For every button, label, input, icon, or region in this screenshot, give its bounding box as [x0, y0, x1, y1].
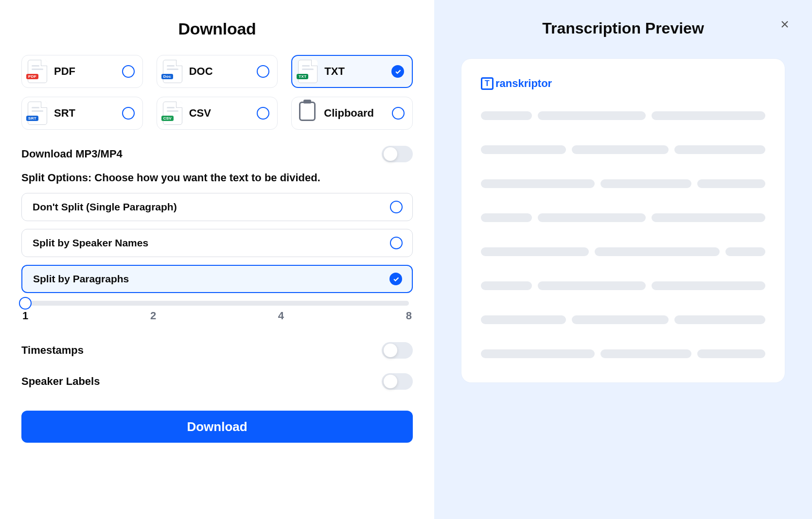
download-button[interactable]: Download — [21, 411, 413, 443]
preview-title: Transcription Preview — [434, 19, 812, 37]
preview-card: Transkriptor — [461, 59, 785, 382]
split-option-label: Don't Split (Single Paragraph) — [33, 201, 177, 213]
slider-tick-labels: 1 2 4 8 — [21, 310, 413, 322]
txt-file-icon: TXT — [298, 60, 318, 83]
preview-skeleton-row — [481, 145, 765, 154]
format-txt[interactable]: TXT TXT — [291, 55, 413, 88]
slider-tick: 8 — [406, 310, 412, 322]
timestamps-row: Timestamps — [21, 340, 413, 361]
format-doc[interactable]: Doc DOC — [157, 55, 278, 88]
radio-checked-icon — [391, 65, 404, 78]
preview-skeleton-row — [481, 213, 765, 222]
radio-unchecked-icon — [122, 107, 135, 120]
split-option-label: Split by Speaker Names — [33, 237, 148, 249]
format-srt[interactable]: SRT SRT — [21, 97, 143, 130]
format-label: TXT — [324, 65, 385, 78]
radio-unchecked-icon — [390, 237, 403, 249]
preview-skeleton-row — [481, 247, 765, 256]
close-button[interactable] — [777, 17, 793, 32]
format-label: Clipboard — [324, 107, 385, 120]
split-option-none[interactable]: Don't Split (Single Paragraph) — [21, 193, 413, 221]
brand-logo: Transkriptor — [481, 77, 765, 90]
download-media-toggle[interactable] — [382, 146, 413, 162]
close-icon — [779, 18, 791, 30]
radio-unchecked-icon — [390, 201, 403, 213]
timestamps-toggle[interactable] — [382, 342, 413, 359]
speaker-labels-toggle[interactable] — [382, 373, 413, 390]
srt-file-icon: SRT — [28, 102, 47, 125]
pdf-file-icon: PDF — [28, 60, 47, 83]
format-label: CSV — [189, 107, 250, 120]
split-option-label: Split by Paragraphs — [33, 273, 129, 285]
format-label: DOC — [189, 65, 250, 78]
preview-skeleton-row — [481, 315, 765, 324]
preview-panel: Transcription Preview Transkriptor — [434, 0, 812, 519]
split-options-title: Split Options: Choose how you want the t… — [21, 172, 413, 184]
brand-name: ranskriptor — [495, 77, 552, 90]
slider-track[interactable] — [25, 301, 409, 306]
format-csv[interactable]: CSV CSV — [157, 97, 278, 130]
radio-unchecked-icon — [392, 107, 405, 120]
slider-tick: 2 — [150, 310, 156, 322]
split-option-paragraphs[interactable]: Split by Paragraphs — [21, 265, 413, 293]
preview-skeleton-row — [481, 111, 765, 120]
brand-logo-icon: T — [481, 77, 494, 90]
format-label: SRT — [54, 107, 115, 120]
format-label: PDF — [54, 65, 115, 78]
format-clipboard[interactable]: Clipboard — [291, 97, 413, 130]
radio-checked-icon — [389, 273, 402, 285]
slider-tick: 1 — [22, 310, 28, 322]
preview-skeleton-row — [481, 349, 765, 358]
slider-tick: 4 — [278, 310, 284, 322]
format-grid: PDF PDF Doc DOC TXT TXT — [21, 55, 413, 130]
download-media-row: Download MP3/MP4 — [21, 143, 413, 165]
radio-unchecked-icon — [257, 107, 269, 120]
preview-skeleton-row — [481, 179, 765, 188]
clipboard-icon — [298, 102, 317, 125]
download-media-label: Download MP3/MP4 — [21, 148, 123, 160]
radio-unchecked-icon — [257, 65, 269, 78]
csv-file-icon: CSV — [163, 102, 182, 125]
split-option-speaker[interactable]: Split by Speaker Names — [21, 229, 413, 257]
doc-file-icon: Doc — [163, 60, 182, 83]
speaker-labels-row: Speaker Labels — [21, 371, 413, 392]
preview-skeleton-row — [481, 281, 765, 290]
paragraph-slider: 1 2 4 8 — [21, 301, 413, 322]
radio-unchecked-icon — [122, 65, 135, 78]
speaker-labels-label: Speaker Labels — [21, 375, 100, 388]
page-title: Download — [21, 19, 413, 38]
format-pdf[interactable]: PDF PDF — [21, 55, 143, 88]
download-panel: Download PDF PDF Doc DOC TXT — [0, 0, 434, 519]
timestamps-label: Timestamps — [21, 344, 84, 357]
slider-handle[interactable] — [19, 297, 32, 310]
